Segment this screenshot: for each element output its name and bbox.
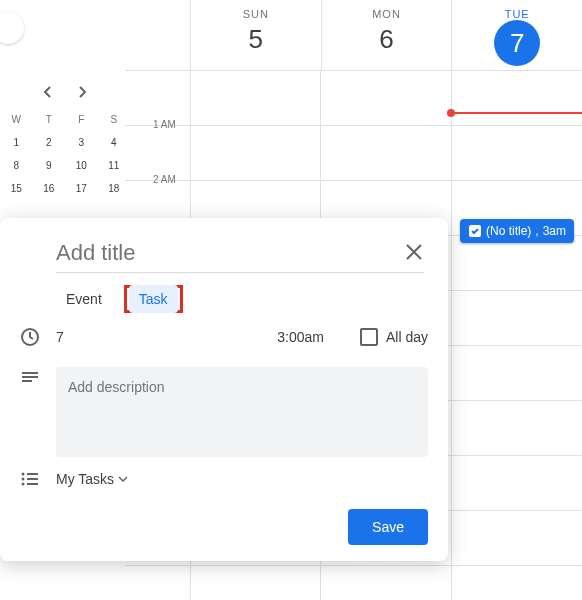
mini-date[interactable]: 2 [33,131,66,154]
tab-task[interactable]: Task [129,285,178,313]
day-name: SUN [191,8,321,20]
mini-date[interactable]: 9 [33,154,66,177]
svg-point-3 [22,478,25,481]
save-button[interactable]: Save [348,509,428,545]
chip-time: 3am [543,224,566,238]
day-name: TUE [452,8,582,20]
prev-month-button[interactable] [35,80,59,104]
day-number[interactable]: 7 [494,20,540,66]
list-icon [20,469,40,489]
day-number[interactable]: 6 [322,24,452,55]
check-icon [468,224,482,238]
mini-weekday: T [33,108,66,131]
mini-date[interactable]: 15 [0,177,33,200]
task-list-name: My Tasks [56,471,114,487]
mini-date[interactable]: 16 [33,177,66,200]
svg-point-2 [22,473,25,476]
all-day-checkbox[interactable] [360,328,378,346]
description-icon [20,369,40,389]
task-chip[interactable]: (No title), 3am [460,219,574,243]
chip-title: (No title) [486,224,531,238]
title-input[interactable] [56,234,424,273]
mini-date[interactable]: 10 [65,154,98,177]
description-input[interactable]: Add description [56,367,428,457]
day-column[interactable]: MON6 [321,0,452,70]
all-day-label: All day [386,329,428,345]
hour-label: 1 AM [153,119,176,130]
mini-date[interactable]: 8 [0,154,33,177]
date-value[interactable]: 7 [56,329,64,345]
hour-label: 2 AM [153,174,176,185]
create-modal: Event Task 7 3:00am All day Add descript… [0,218,448,561]
task-list-dropdown[interactable]: My Tasks [56,471,128,487]
day-name: MON [322,8,452,20]
close-button[interactable] [396,234,432,270]
mini-date[interactable]: 17 [65,177,98,200]
time-value[interactable]: 3:00am [277,329,324,345]
current-time-indicator [451,112,582,114]
day-column[interactable]: SUN5 [190,0,321,70]
mini-calendar-grid: WTFS123489101115161718 [0,108,130,200]
mini-weekday: W [0,108,33,131]
next-month-button[interactable] [71,80,95,104]
day-headers: SUN5MON6TUE7 [190,0,582,70]
mini-date[interactable]: 3 [65,131,98,154]
mini-date[interactable]: 1 [0,131,33,154]
floating-button[interactable] [0,12,24,44]
day-number[interactable]: 5 [191,24,321,55]
mini-calendar: WTFS123489101115161718 [0,76,130,200]
mini-weekday: F [65,108,98,131]
svg-point-4 [22,483,25,486]
day-column[interactable]: TUE7 [451,0,582,70]
chevron-down-icon [118,476,128,482]
tab-event[interactable]: Event [56,285,112,313]
clock-icon [20,327,40,347]
